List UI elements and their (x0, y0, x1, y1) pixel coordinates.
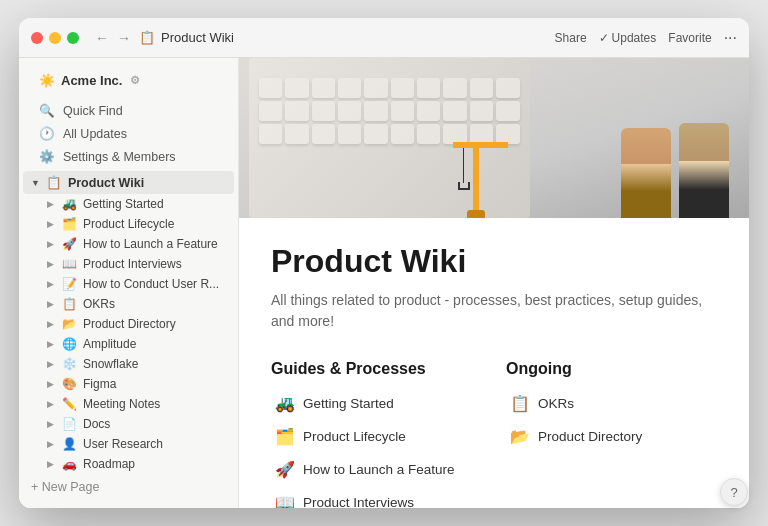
sidebar-item-user-research[interactable]: ▶ 👤 User Research (23, 434, 234, 454)
okrs-icon: 📋 (510, 394, 530, 413)
workspace-row[interactable]: ☀️ Acme Inc. ⚙ (31, 68, 226, 93)
product-interviews-link: Product Interviews (303, 495, 414, 508)
chevron-right-icon: ▶ (47, 439, 54, 449)
product-lifecycle-link: Product Lifecycle (303, 429, 406, 444)
key (285, 78, 308, 98)
key (496, 78, 519, 98)
back-button[interactable]: ← (95, 30, 109, 46)
roadmap-label: Roadmap (83, 457, 135, 471)
user-research-label: User Research (83, 437, 163, 451)
sidebar-item-figma[interactable]: ▶ 🎨 Figma (23, 374, 234, 394)
chevron-right-icon: ▶ (47, 339, 54, 349)
crane-pole (473, 143, 479, 218)
figma-icon: 🎨 (62, 377, 77, 391)
guides-item-how-to-launch[interactable]: 🚀 How to Launch a Feature (271, 458, 482, 481)
chevron-right-icon: ▶ (47, 299, 54, 309)
share-button[interactable]: Share (555, 31, 587, 45)
forward-button[interactable]: → (117, 30, 131, 46)
product-lifecycle-icon: 🗂️ (62, 217, 77, 231)
favorite-button[interactable]: Favorite (668, 31, 711, 45)
sidebar-item-okrs[interactable]: ▶ 📋 OKRs (23, 294, 234, 314)
key (470, 78, 493, 98)
launch-label: How to Launch a Feature (83, 237, 218, 251)
chevron-right-icon: ▶ (47, 459, 54, 469)
sidebar-product-wiki[interactable]: ▼ 📋 Product Wiki (23, 171, 234, 194)
toolbar-right: Share ✓ Updates Favorite ··· (555, 29, 737, 47)
main-layout: ☀️ Acme Inc. ⚙ 🔍 Quick Find 🕐 All Update… (19, 58, 749, 508)
sidebar-item-product-lifecycle[interactable]: ▶ 🗂️ Product Lifecycle (23, 214, 234, 234)
hero-banner (239, 58, 749, 218)
chevron-right-icon: ▶ (47, 399, 54, 409)
sidebar-item-meeting-notes[interactable]: ▶ ✏️ Meeting Notes (23, 394, 234, 414)
close-button[interactable] (31, 32, 43, 44)
crane-hook (458, 182, 470, 190)
key (391, 101, 414, 121)
getting-started-icon: 🚜 (275, 394, 295, 413)
guides-item-product-lifecycle[interactable]: 🗂️ Product Lifecycle (271, 425, 482, 448)
getting-started-label: Getting Started (83, 197, 164, 211)
title-bar: ← → 📋 Product Wiki Share ✓ Updates Favor… (19, 18, 749, 58)
sidebar-item-how-to-conduct[interactable]: ▶ 📝 How to Conduct User R... (23, 274, 234, 294)
okrs-label: OKRs (83, 297, 115, 311)
product-lifecycle-icon: 🗂️ (275, 427, 295, 446)
key (364, 124, 387, 144)
new-page-label: + New Page (31, 480, 99, 494)
sidebar-item-docs[interactable]: ▶ 📄 Docs (23, 414, 234, 434)
guides-item-product-interviews[interactable]: 📖 Product Interviews (271, 491, 482, 508)
conduct-label: How to Conduct User R... (83, 277, 219, 291)
page-emoji-icon: 📋 (139, 30, 155, 45)
sidebar-item-amplitude[interactable]: ▶ 🌐 Amplitude (23, 334, 234, 354)
figma-label: Figma (83, 377, 116, 391)
launch-icon: 🚀 (62, 237, 77, 251)
key (338, 78, 361, 98)
sidebar: ☀️ Acme Inc. ⚙ 🔍 Quick Find 🕐 All Update… (19, 58, 239, 508)
key (417, 124, 440, 144)
ongoing-section-title: Ongoing (506, 360, 717, 378)
sidebar-item-quick-find[interactable]: 🔍 Quick Find (23, 99, 234, 122)
chevron-right-icon: ▶ (47, 239, 54, 249)
sidebar-item-all-updates[interactable]: 🕐 All Updates (23, 122, 234, 145)
traffic-lights (31, 32, 79, 44)
key (417, 101, 440, 121)
key (312, 78, 335, 98)
sidebar-item-snowflake[interactable]: ▶ ❄️ Snowflake (23, 354, 234, 374)
sidebar-item-getting-started[interactable]: ▶ 🚜 Getting Started (23, 194, 234, 214)
key (259, 78, 282, 98)
sidebar-item-roadmap[interactable]: ▶ 🚗 Roadmap (23, 454, 234, 474)
sidebar-item-product-directory[interactable]: ▶ 📂 Product Directory (23, 314, 234, 334)
guides-section-title: Guides & Processes (271, 360, 482, 378)
getting-started-icon: 🚜 (62, 197, 77, 211)
new-page-button[interactable]: + New Page (19, 474, 238, 500)
guides-item-getting-started[interactable]: 🚜 Getting Started (271, 392, 482, 415)
sidebar-item-product-interviews[interactable]: ▶ 📖 Product Interviews (23, 254, 234, 274)
ongoing-item-okrs[interactable]: 📋 OKRs (506, 392, 717, 415)
workspace-icon: ☀️ (39, 73, 55, 88)
chevron-right-icon: ▶ (47, 419, 54, 429)
launch-icon: 🚀 (275, 460, 295, 479)
amplitude-icon: 🌐 (62, 337, 77, 351)
okrs-link: OKRs (538, 396, 574, 411)
updates-button[interactable]: ✓ Updates (599, 31, 657, 45)
user-research-icon: 👤 (62, 437, 77, 451)
meeting-notes-icon: ✏️ (62, 397, 77, 411)
conduct-icon: 📝 (62, 277, 77, 291)
clock-icon: 🕐 (39, 126, 55, 141)
content-area: Product Wiki All things related to produ… (239, 58, 749, 508)
minimize-button[interactable] (49, 32, 61, 44)
more-options-button[interactable]: ··· (724, 29, 737, 47)
ongoing-item-product-directory[interactable]: 📂 Product Directory (506, 425, 717, 448)
key (391, 124, 414, 144)
sidebar-item-how-to-launch[interactable]: ▶ 🚀 How to Launch a Feature (23, 234, 234, 254)
getting-started-link: Getting Started (303, 396, 394, 411)
key (285, 101, 308, 121)
product-wiki-label: Product Wiki (68, 176, 144, 190)
chevron-down-icon: ▼ (31, 178, 40, 188)
interviews-icon: 📖 (275, 493, 295, 508)
chevron-right-icon: ▶ (47, 199, 54, 209)
docs-label: Docs (83, 417, 110, 431)
help-button[interactable]: ? (720, 478, 748, 506)
sidebar-item-settings[interactable]: ⚙️ Settings & Members (23, 145, 234, 168)
maximize-button[interactable] (67, 32, 79, 44)
chevron-right-icon: ▶ (47, 319, 54, 329)
okrs-icon: 📋 (62, 297, 77, 311)
